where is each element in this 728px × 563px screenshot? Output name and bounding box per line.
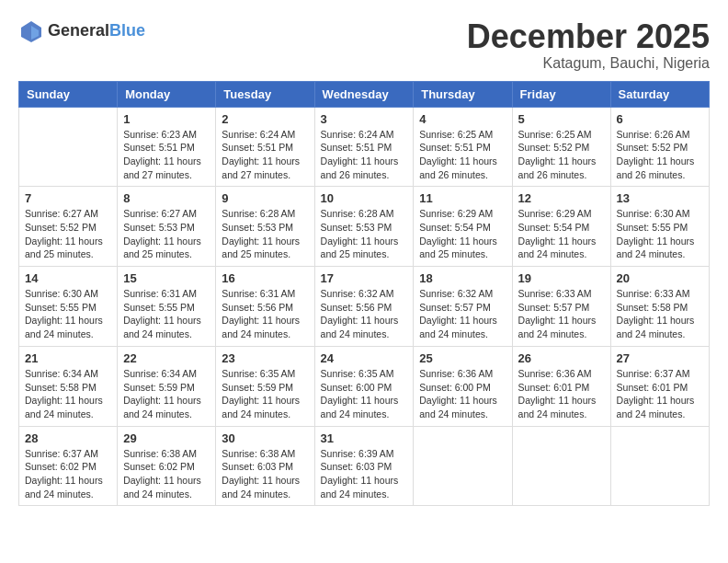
week-row-5: 28Sunrise: 6:37 AMSunset: 6:02 PMDayligh… <box>19 426 710 506</box>
day-info: Sunrise: 6:35 AMSunset: 5:59 PMDaylight:… <box>222 367 308 421</box>
day-info: Sunrise: 6:25 AMSunset: 5:51 PMDaylight:… <box>419 128 506 182</box>
day-info: Sunrise: 6:27 AMSunset: 5:53 PMDaylight:… <box>123 207 210 261</box>
day-cell <box>414 426 512 506</box>
location-subtitle: Katagum, Bauchi, Nigeria <box>467 55 710 72</box>
day-number: 26 <box>518 351 605 365</box>
day-number: 10 <box>321 191 408 205</box>
day-info: Sunrise: 6:37 AMSunset: 6:02 PMDaylight:… <box>25 447 111 501</box>
day-cell: 16Sunrise: 6:31 AMSunset: 5:56 PMDayligh… <box>216 267 314 347</box>
day-number: 12 <box>518 191 605 205</box>
day-number: 15 <box>123 271 210 285</box>
day-number: 9 <box>222 191 308 205</box>
day-number: 6 <box>617 112 703 126</box>
day-cell: 7Sunrise: 6:27 AMSunset: 5:52 PMDaylight… <box>19 187 118 267</box>
day-number: 11 <box>419 191 506 205</box>
day-cell: 8Sunrise: 6:27 AMSunset: 5:53 PMDaylight… <box>118 187 216 267</box>
day-cell: 23Sunrise: 6:35 AMSunset: 5:59 PMDayligh… <box>216 346 314 426</box>
day-cell: 12Sunrise: 6:29 AMSunset: 5:54 PMDayligh… <box>512 187 610 267</box>
day-info: Sunrise: 6:32 AMSunset: 5:57 PMDaylight:… <box>419 287 506 341</box>
day-number: 4 <box>419 112 506 126</box>
day-cell: 11Sunrise: 6:29 AMSunset: 5:54 PMDayligh… <box>414 187 512 267</box>
day-info: Sunrise: 6:23 AMSunset: 5:51 PMDaylight:… <box>123 128 210 182</box>
day-cell: 14Sunrise: 6:30 AMSunset: 5:55 PMDayligh… <box>19 267 118 347</box>
day-number: 25 <box>419 351 506 365</box>
day-info: Sunrise: 6:36 AMSunset: 6:01 PMDaylight:… <box>518 367 605 421</box>
week-row-2: 7Sunrise: 6:27 AMSunset: 5:52 PMDaylight… <box>19 187 710 267</box>
day-cell: 13Sunrise: 6:30 AMSunset: 5:55 PMDayligh… <box>610 187 709 267</box>
day-number: 29 <box>123 431 210 445</box>
day-number: 18 <box>419 271 506 285</box>
logo: General Blue <box>18 18 145 44</box>
col-header-thursday: Thursday <box>414 81 512 107</box>
day-number: 16 <box>222 271 308 285</box>
day-number: 30 <box>222 431 308 445</box>
day-info: Sunrise: 6:38 AMSunset: 6:03 PMDaylight:… <box>222 447 308 501</box>
day-number: 22 <box>123 351 210 365</box>
day-number: 24 <box>321 351 408 365</box>
day-info: Sunrise: 6:34 AMSunset: 5:58 PMDaylight:… <box>25 367 111 421</box>
day-number: 23 <box>222 351 308 365</box>
day-number: 5 <box>518 112 605 126</box>
day-cell: 24Sunrise: 6:35 AMSunset: 6:00 PMDayligh… <box>314 346 414 426</box>
calendar-table: SundayMondayTuesdayWednesdayThursdayFrid… <box>18 81 710 507</box>
day-info: Sunrise: 6:31 AMSunset: 5:55 PMDaylight:… <box>123 287 210 341</box>
day-info: Sunrise: 6:24 AMSunset: 5:51 PMDaylight:… <box>222 128 308 182</box>
day-info: Sunrise: 6:27 AMSunset: 5:52 PMDaylight:… <box>25 207 111 261</box>
day-info: Sunrise: 6:39 AMSunset: 6:03 PMDaylight:… <box>321 447 408 501</box>
day-cell: 28Sunrise: 6:37 AMSunset: 6:02 PMDayligh… <box>19 426 118 506</box>
day-info: Sunrise: 6:32 AMSunset: 5:56 PMDaylight:… <box>321 287 408 341</box>
day-cell: 4Sunrise: 6:25 AMSunset: 5:51 PMDaylight… <box>414 107 512 187</box>
page-header: General Blue December 2025 Katagum, Bauc… <box>18 18 710 72</box>
day-number: 8 <box>123 191 210 205</box>
day-cell: 1Sunrise: 6:23 AMSunset: 5:51 PMDaylight… <box>118 107 216 187</box>
day-cell <box>610 426 709 506</box>
day-cell: 22Sunrise: 6:34 AMSunset: 5:59 PMDayligh… <box>118 346 216 426</box>
day-info: Sunrise: 6:30 AMSunset: 5:55 PMDaylight:… <box>617 207 703 261</box>
col-header-sunday: Sunday <box>19 81 118 107</box>
day-cell: 3Sunrise: 6:24 AMSunset: 5:51 PMDaylight… <box>314 107 414 187</box>
day-number: 7 <box>25 191 111 205</box>
logo-general: General <box>48 22 109 40</box>
logo-icon <box>18 18 44 44</box>
day-number: 17 <box>321 271 408 285</box>
day-info: Sunrise: 6:31 AMSunset: 5:56 PMDaylight:… <box>222 287 308 341</box>
week-row-1: 1Sunrise: 6:23 AMSunset: 5:51 PMDaylight… <box>19 107 710 187</box>
logo-text: General Blue <box>48 22 145 40</box>
day-info: Sunrise: 6:26 AMSunset: 5:52 PMDaylight:… <box>617 128 703 182</box>
day-info: Sunrise: 6:24 AMSunset: 5:51 PMDaylight:… <box>321 128 408 182</box>
week-row-4: 21Sunrise: 6:34 AMSunset: 5:58 PMDayligh… <box>19 346 710 426</box>
month-year-title: December 2025 <box>467 18 710 55</box>
day-cell: 10Sunrise: 6:28 AMSunset: 5:53 PMDayligh… <box>314 187 414 267</box>
logo-blue: Blue <box>109 22 145 40</box>
day-cell: 27Sunrise: 6:37 AMSunset: 6:01 PMDayligh… <box>610 346 709 426</box>
day-cell: 20Sunrise: 6:33 AMSunset: 5:58 PMDayligh… <box>610 267 709 347</box>
day-number: 31 <box>321 431 408 445</box>
week-row-3: 14Sunrise: 6:30 AMSunset: 5:55 PMDayligh… <box>19 267 710 347</box>
day-cell: 5Sunrise: 6:25 AMSunset: 5:52 PMDaylight… <box>512 107 610 187</box>
day-number: 3 <box>321 112 408 126</box>
day-cell: 15Sunrise: 6:31 AMSunset: 5:55 PMDayligh… <box>118 267 216 347</box>
day-cell: 18Sunrise: 6:32 AMSunset: 5:57 PMDayligh… <box>414 267 512 347</box>
day-cell: 17Sunrise: 6:32 AMSunset: 5:56 PMDayligh… <box>314 267 414 347</box>
day-info: Sunrise: 6:36 AMSunset: 6:00 PMDaylight:… <box>419 367 506 421</box>
col-header-monday: Monday <box>118 81 216 107</box>
day-info: Sunrise: 6:29 AMSunset: 5:54 PMDaylight:… <box>518 207 605 261</box>
col-header-friday: Friday <box>512 81 610 107</box>
day-info: Sunrise: 6:37 AMSunset: 6:01 PMDaylight:… <box>617 367 703 421</box>
day-info: Sunrise: 6:34 AMSunset: 5:59 PMDaylight:… <box>123 367 210 421</box>
col-header-saturday: Saturday <box>610 81 709 107</box>
day-info: Sunrise: 6:25 AMSunset: 5:52 PMDaylight:… <box>518 128 605 182</box>
day-info: Sunrise: 6:29 AMSunset: 5:54 PMDaylight:… <box>419 207 506 261</box>
col-header-tuesday: Tuesday <box>216 81 314 107</box>
day-info: Sunrise: 6:35 AMSunset: 6:00 PMDaylight:… <box>321 367 408 421</box>
day-number: 21 <box>25 351 111 365</box>
day-number: 13 <box>617 191 703 205</box>
day-cell: 30Sunrise: 6:38 AMSunset: 6:03 PMDayligh… <box>216 426 314 506</box>
day-number: 20 <box>617 271 703 285</box>
day-number: 14 <box>25 271 111 285</box>
day-number: 19 <box>518 271 605 285</box>
day-cell: 26Sunrise: 6:36 AMSunset: 6:01 PMDayligh… <box>512 346 610 426</box>
day-info: Sunrise: 6:28 AMSunset: 5:53 PMDaylight:… <box>222 207 308 261</box>
day-info: Sunrise: 6:33 AMSunset: 5:57 PMDaylight:… <box>518 287 605 341</box>
day-cell: 21Sunrise: 6:34 AMSunset: 5:58 PMDayligh… <box>19 346 118 426</box>
